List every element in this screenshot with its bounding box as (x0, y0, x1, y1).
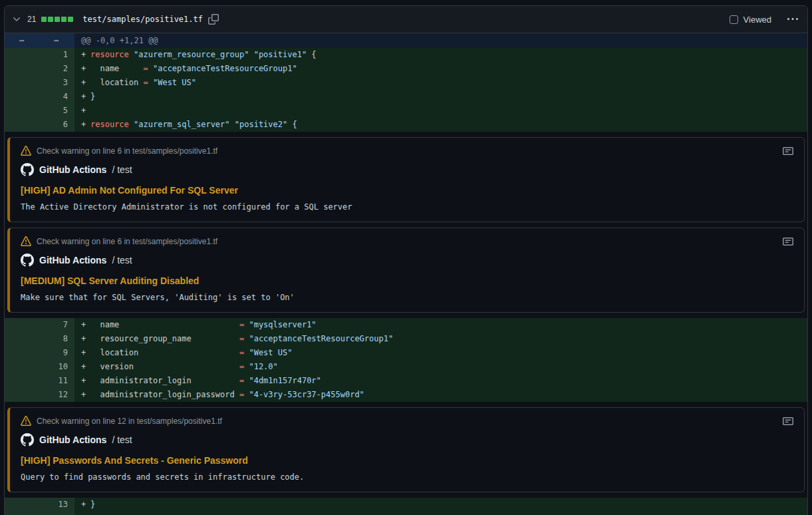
hunk-header-row: ⋯ ⋯ @@ -0,0 +1,21 @@ (5, 33, 807, 48)
annotation-source-name[interactable]: GitHub Actions (39, 434, 106, 445)
new-line-number-cell[interactable]: 7 (39, 318, 74, 332)
old-line-number-cell[interactable] (5, 374, 39, 388)
diff-sign: + (81, 76, 90, 90)
diffstat-square (61, 17, 67, 22)
annotation-title: [HIGH] AD Admin Not Configured For SQL S… (21, 185, 793, 196)
diff-sign: + (81, 512, 90, 515)
code-token: name (90, 64, 143, 73)
code-cell: + name = "acceptanceTestResourceGroup1" (74, 62, 807, 76)
old-line-number-cell[interactable] (5, 332, 39, 346)
annotation-header: Check warning on line 12 in test/samples… (21, 416, 793, 427)
new-line-number-cell[interactable]: 14 (39, 512, 74, 515)
annotation-source: GitHub Actions / test (21, 163, 793, 176)
diff-line: 3 + location = "West US" (5, 76, 807, 90)
code-content: name = "acceptanceTestResourceGroup1" (90, 62, 297, 76)
code-content: resource "azurerm_resource_group" "posit… (90, 48, 317, 62)
code-token: "positive1" (254, 50, 307, 59)
code-token: "West US" (153, 78, 196, 87)
code-cell: + administrator_login = "4dm1n157r470r" (74, 374, 807, 388)
new-line-number-cell[interactable]: 11 (39, 374, 74, 388)
code-token: version (90, 362, 239, 371)
annotation-source-name[interactable]: GitHub Actions (39, 164, 106, 175)
code-cell: + version = "12.0" (74, 360, 807, 374)
copy-path-icon[interactable] (208, 14, 219, 25)
diff-sign: + (81, 318, 90, 332)
filename: test/samples/positive1.tf (82, 15, 203, 24)
code-content: } (90, 498, 95, 512)
diff-sign: + (81, 346, 90, 360)
diff-line: 11 + administrator_login = "4dm1n157r470… (5, 374, 807, 388)
code-cell: + } (74, 90, 807, 104)
new-line-number-cell[interactable]: 4 (39, 90, 74, 104)
old-line-number-cell[interactable] (5, 118, 39, 132)
annotation-source-suffix: / test (112, 434, 132, 445)
new-line-number-cell[interactable]: 12 (39, 388, 74, 402)
annotation-note-icon[interactable] (783, 236, 793, 247)
code-token: "azurerm_sql_server" (134, 120, 230, 129)
new-line-number-cell[interactable]: 10 (39, 360, 74, 374)
chevron-down-icon[interactable] (11, 14, 22, 25)
annotation-header-text: Check warning on line 12 in test/samples… (37, 417, 222, 426)
old-line-number-cell[interactable] (5, 360, 39, 374)
code-cell: + location = "West US" (74, 76, 807, 90)
expand-diff-button[interactable]: ⋯ (39, 33, 74, 48)
old-line-number-cell[interactable] (5, 512, 39, 515)
old-line-number-cell[interactable] (5, 104, 39, 118)
annotation-note-icon[interactable] (783, 416, 793, 427)
old-line-number-cell[interactable] (5, 346, 39, 360)
annotation-message: The Active Directory Administrator is no… (21, 202, 793, 212)
code-cell: + (74, 104, 807, 118)
code-content: name = "mysqlserver1" (90, 318, 317, 332)
old-line-number-cell[interactable] (5, 90, 39, 104)
annotation-source: GitHub Actions / test (21, 254, 793, 267)
annotation-note-icon[interactable] (783, 146, 793, 156)
old-line-number-cell[interactable] (5, 498, 39, 512)
new-line-number-cell[interactable]: 5 (39, 104, 74, 118)
diff-sign: + (81, 388, 90, 402)
kebab-menu-icon[interactable] (787, 14, 798, 25)
new-line-number-cell[interactable]: 1 (39, 48, 74, 62)
github-logo-icon (21, 433, 34, 446)
new-line-number-cell[interactable]: 3 (39, 76, 74, 90)
code-token: resource_group_name (90, 334, 239, 343)
expand-diff-button[interactable]: ⋯ (5, 33, 39, 48)
code-token: "azurerm_resource_group" (134, 50, 249, 59)
viewed-checkbox[interactable] (730, 15, 738, 24)
github-logo-icon (21, 163, 34, 176)
warning-icon (21, 416, 31, 427)
annotation-source-name[interactable]: GitHub Actions (39, 255, 106, 265)
code-token: "acceptanceTestResourceGroup1" (153, 64, 297, 73)
code-token: "mysqlserver1" (249, 320, 316, 329)
old-line-number-cell[interactable] (5, 318, 39, 332)
old-line-number-cell[interactable] (5, 48, 39, 62)
new-line-number-cell[interactable]: 13 (39, 498, 74, 512)
diff-body: ⋯ ⋯ @@ -0,0 +1,21 @@ 1 + resource "azure… (5, 33, 807, 515)
annotation-source-suffix: / test (112, 255, 132, 265)
check-annotation: Check warning on line 6 in test/samples/… (7, 137, 805, 222)
annotation-source: GitHub Actions / test (21, 433, 793, 446)
new-line-number-cell[interactable]: 6 (39, 118, 74, 132)
old-line-number-cell[interactable] (5, 76, 39, 90)
diff-line: 8 + resource_group_name = "acceptanceTes… (5, 332, 807, 346)
code-content: } (90, 90, 95, 104)
warning-icon (21, 146, 31, 156)
diff-sign: + (81, 62, 90, 76)
code-token (249, 50, 253, 59)
diff-line: 6 + resource "azurerm_sql_server" "posit… (5, 118, 807, 132)
diff-line: 10 + version = "12.0" (5, 360, 807, 374)
code-token: administrator_login (90, 376, 239, 385)
annotation-title: [HIGH] Passwords And Secrets - Generic P… (21, 455, 793, 466)
old-line-number-cell[interactable] (5, 62, 39, 76)
code-token: location (90, 348, 239, 357)
code-token: } (90, 92, 95, 101)
code-token: = (143, 78, 148, 87)
diff-line: 4 + } (5, 90, 807, 104)
new-line-number-cell[interactable]: 2 (39, 62, 74, 76)
viewed-control[interactable]: Viewed (730, 15, 771, 25)
annotation-message: Make sure that for SQL Servers, 'Auditin… (21, 293, 793, 302)
hunk-gutter: ⋯ ⋯ (5, 33, 74, 48)
new-line-number-cell[interactable]: 8 (39, 332, 74, 346)
old-line-number-cell[interactable] (5, 388, 39, 402)
new-line-number-cell[interactable]: 9 (39, 346, 74, 360)
check-annotation: Check warning on line 12 in test/samples… (7, 407, 805, 492)
